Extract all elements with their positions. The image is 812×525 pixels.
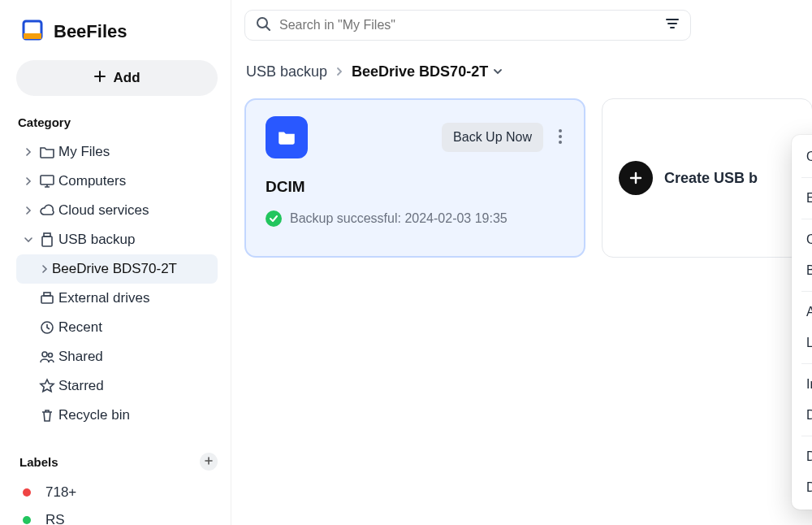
sidebar-item-label: Computers [58,173,126,189]
labels-title: Labels [18,455,58,469]
menu-item-open[interactable]: Open [792,141,812,172]
context-menu: Open Enable sharing link Copy to Backup … [792,135,812,510]
chevron-right-icon [21,206,36,215]
sidebar-item-label: Recent [58,319,102,336]
chevron-right-icon [37,265,52,273]
plus-icon [93,70,106,87]
label-name: RS [45,512,65,525]
svg-point-12 [559,141,562,144]
folder-icon [36,144,58,160]
menu-item-download[interactable]: Download [792,400,812,431]
plus-circle-icon [619,161,653,195]
chevron-right-icon [21,177,36,185]
sidebar-item-label: Recycle bin [58,407,130,423]
menu-item-add-star[interactable]: Add star [792,297,812,328]
category-title: Category [16,115,218,129]
sidebar-item-recent[interactable]: Recent [16,313,218,342]
folder-badge-icon [266,116,308,158]
card-title: DCIM [266,178,568,196]
menu-item-labels[interactable]: Labels [792,328,812,358]
status-text: Backup successful: 2024-02-03 19:35 [290,211,508,226]
people-icon [36,349,58,365]
label-item[interactable]: 718+ [16,479,218,506]
menu-item-backup-settings[interactable]: Backup settings [792,255,812,286]
sidebar: BeeFiles Add Category My Files Computers [0,0,231,525]
svg-point-9 [257,18,267,28]
sidebar-item-label: External drives [58,290,149,306]
category-nav: My Files Computers Cloud services USB ba… [16,137,218,430]
clock-icon [36,319,58,336]
brand-name: BeeFiles [54,21,127,42]
chevron-down-icon [21,236,36,244]
label-color-dot [23,516,31,524]
sidebar-item-label: Shared [58,349,103,365]
create-usb-backup-card[interactable]: Create USB b [602,98,812,258]
menu-item-delete[interactable]: Delete [792,472,812,503]
svg-point-8 [49,354,53,358]
chevron-right-icon [335,63,343,80]
search-icon [255,15,271,35]
menu-item-enable-sharing[interactable]: Enable sharing link [792,183,812,214]
brand: BeeFiles [21,18,214,46]
card-status: Backup successful: 2024-02-03 19:35 [266,210,568,227]
more-vertical-icon [558,135,563,147]
add-button-label: Add [113,70,140,86]
add-label-button[interactable] [200,453,218,471]
sidebar-item-beedrive[interactable]: BeeDrive BDS70-2T [16,254,218,284]
filter-icon[interactable] [664,15,680,35]
drive-icon [36,290,58,306]
chevron-right-icon [21,148,36,156]
breadcrumb-current[interactable]: BeeDrive BDS70-2T [352,63,503,80]
sidebar-item-computers[interactable]: Computers [16,167,218,196]
check-circle-icon [266,210,282,227]
svg-point-11 [559,135,562,138]
sidebar-item-external-drives[interactable]: External drives [16,284,218,313]
sidebar-item-usb-backup[interactable]: USB backup [16,225,218,254]
svg-rect-3 [42,236,52,246]
add-button[interactable]: Add [16,60,218,96]
svg-rect-1 [41,176,54,184]
chevron-down-icon [493,63,503,80]
create-card-label: Create USB b [664,170,758,187]
svg-rect-5 [44,293,50,296]
sidebar-item-label: BeeDrive BDS70-2T [52,261,177,277]
more-options-button[interactable] [553,124,568,152]
breadcrumb-parent[interactable]: USB backup [246,63,327,80]
cloud-icon [36,202,58,219]
label-item[interactable]: RS [16,506,218,525]
svg-point-10 [559,129,562,132]
breadcrumb-current-label: BeeDrive BDS70-2T [352,63,488,80]
sidebar-item-label: Starred [58,378,104,394]
labels-list: 718+ RS [16,479,218,525]
menu-item-disable-backup[interactable]: Disable backup [792,441,812,472]
label-name: 718+ [45,484,76,501]
label-color-dot [23,488,31,497]
sidebar-item-label: USB backup [58,232,136,248]
menu-item-information[interactable]: Information [792,369,812,400]
brand-logo-icon [21,18,45,46]
search-bar[interactable] [244,10,691,41]
sidebar-item-shared[interactable]: Shared [16,342,218,371]
sidebar-item-cloud-services[interactable]: Cloud services [16,196,218,225]
search-input[interactable] [279,18,656,33]
sidebar-item-label: Cloud services [58,202,149,219]
sidebar-item-label: My Files [58,144,110,160]
svg-rect-4 [41,296,53,303]
breadcrumb: USB backup BeeDrive BDS70-2T [246,63,812,80]
svg-point-7 [42,352,47,357]
plus-icon [204,456,214,468]
sidebar-item-recycle-bin[interactable]: Recycle bin [16,401,218,430]
menu-item-copy-to[interactable]: Copy to [792,224,812,255]
sidebar-item-my-files[interactable]: My Files [16,137,218,167]
menu-item-label: Labels [806,336,812,350]
usb-icon [36,232,58,248]
main-content: USB backup BeeDrive BDS70-2T Back Up Now [231,0,812,525]
backup-card[interactable]: Back Up Now DCIM Backup successful: 2024… [244,98,585,258]
trash-icon [36,407,58,423]
star-icon [36,378,58,394]
monitor-icon [36,173,58,189]
backup-now-button[interactable]: Back Up Now [442,123,543,152]
sidebar-item-starred[interactable]: Starred [16,371,218,401]
